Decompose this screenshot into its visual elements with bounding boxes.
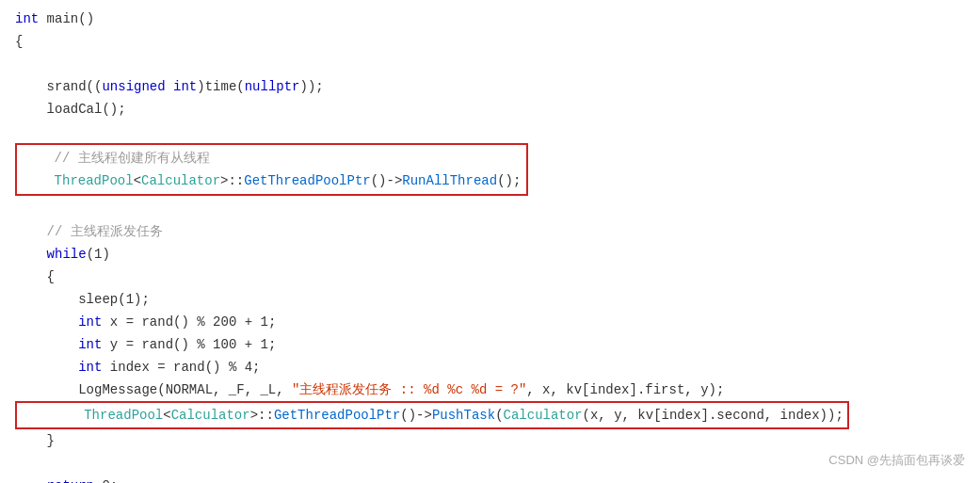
code-line-3 [15, 53, 965, 75]
highlighted-block-1: // 主线程创建所有从线程 ThreadPool<Calculator>::Ge… [15, 143, 528, 196]
code-editor: int main() { srand((unsigned int)time(nu… [0, 0, 980, 483]
code-line-15: int y = rand() % 100 + 1; [15, 333, 965, 356]
code-line-6 [15, 121, 965, 143]
code-line-9 [15, 198, 965, 220]
code-line-11: while(1) [15, 243, 965, 266]
code-line-12: { [15, 266, 965, 288]
code-line-20 [15, 452, 965, 475]
code-line-14: int x = rand() % 200 + 1; [15, 311, 965, 333]
code-line-21: return 0; [15, 475, 965, 483]
code-line-18: ThreadPool<Calculator>::GetThreadPoolPtr… [21, 404, 843, 427]
code-line-4: srand((unsigned int)time(nullptr)); [15, 75, 965, 98]
code-line-19: } [15, 429, 965, 452]
code-line-16: int index = rand() % 4; [15, 356, 965, 378]
code-line-8: ThreadPool<Calculator>::GetThreadPoolPtr… [23, 169, 521, 192]
code-line-5: loadCal(); [15, 98, 965, 121]
code-line-10: // 主线程派发任务 [15, 220, 965, 243]
code-line-1: int main() [15, 8, 965, 30]
highlighted-block-2: ThreadPool<Calculator>::GetThreadPoolPtr… [15, 401, 849, 429]
code-line-13: sleep(1); [15, 288, 965, 311]
code-line-2: { [15, 30, 965, 53]
watermark: CSDN @先搞面包再谈爱 [828, 449, 965, 472]
code-line-17: LogMessage(NORMAL, _F, _L, "主线程派发任务 :: %… [15, 378, 965, 401]
keyword-int: int [15, 8, 39, 30]
code-line-7: // 主线程创建所有从线程 [23, 147, 521, 169]
